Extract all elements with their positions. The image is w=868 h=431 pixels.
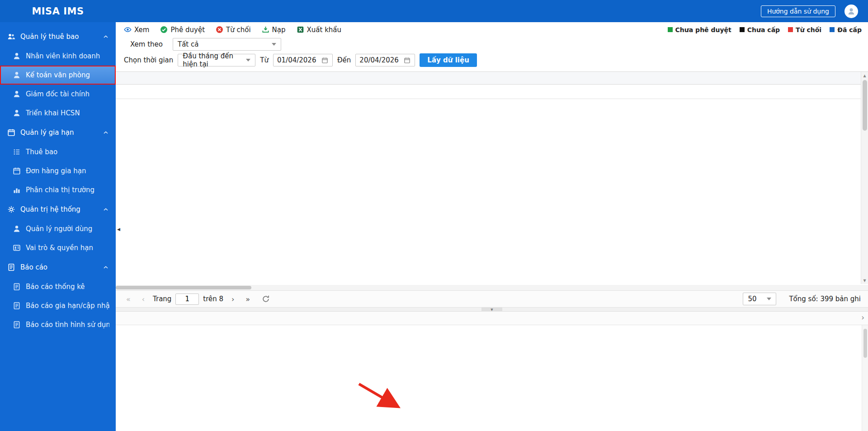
toolbar-button-nap[interactable]: Nạp: [262, 26, 286, 34]
sidebar-item-label: Báo cáo thống kê: [26, 283, 85, 291]
view-by-select[interactable]: Tất cả: [173, 38, 281, 51]
legend-label: Đã cấp: [837, 26, 862, 33]
approve-icon: [160, 26, 168, 33]
sidebar-item-label: Vai trò & quyền hạn: [26, 244, 93, 252]
page-input[interactable]: [175, 294, 199, 305]
prev-page-button[interactable]: ‹: [138, 294, 149, 304]
person-icon: [13, 225, 21, 233]
first-page-button[interactable]: «: [123, 294, 134, 304]
person-icon: [13, 52, 21, 60]
users-icon: [7, 33, 15, 41]
toolbar-button-label: Từ chối: [226, 26, 251, 34]
badge-icon: [13, 244, 21, 252]
detail-panel: [116, 325, 868, 431]
legend-label: Chưa phê duyệt: [675, 26, 731, 33]
tabs-scroll-right-icon[interactable]: ›: [861, 313, 864, 322]
legend-swatch: [740, 27, 745, 32]
last-page-button[interactable]: »: [242, 294, 253, 304]
sidebar-group-quan-ly-gia-han[interactable]: Quản lý gia hạn: [0, 123, 116, 142]
grid-filter-row: [116, 85, 861, 99]
chevron-down-icon: [246, 59, 250, 62]
sidebar-item-thue-bao[interactable]: Thuê bao: [0, 142, 116, 161]
sidebar-item-bao-cao-tinh-hinh-su-dung[interactable]: Báo cáo tình hình sử dụng: [0, 315, 116, 334]
chevron-up-icon: [103, 35, 108, 38]
detail-scrollbar[interactable]: [862, 325, 868, 431]
pagination-bar: « ‹ Trang trên 8 › » 50 Tổng số: 399 bản…: [116, 290, 868, 308]
sidebar-item-don-hang-gia-han[interactable]: Đơn hàng gia hạn: [0, 161, 116, 180]
sidebar-item-nhan-vien-kinh-doanh[interactable]: Nhân viên kinh doanh: [0, 47, 116, 66]
sidebar-item-trien-khai-hcsn[interactable]: Triển khai HCSN: [0, 104, 116, 123]
sidebar-item-vai-tro-quyen-han[interactable]: Vai trò & quyền hạn: [0, 238, 116, 257]
legend-item-chua-phe-duyet: Chưa phê duyệt: [668, 26, 731, 33]
chevron-up-icon: [103, 208, 108, 211]
horizontal-scroll-thumb[interactable]: [116, 286, 251, 289]
scroll-down-icon[interactable]: ▼: [861, 277, 868, 284]
sidebar-item-quan-ly-nguoi-dung[interactable]: Quản lý người dùng: [0, 219, 116, 238]
app-logo: MISA IMS: [0, 6, 116, 17]
sidebar-group-quan-tri-he-thong[interactable]: Quản trị hệ thống: [0, 199, 116, 219]
sidebar-group-label: Báo cáo: [20, 263, 47, 271]
load-data-button[interactable]: Lấy dữ liệu: [420, 53, 476, 67]
toolbar-button-xuat-khau[interactable]: Xuất khẩu: [297, 26, 342, 34]
layout: Quản lý thuê baoNhân viên kinh doanhKế t…: [0, 22, 868, 431]
total-records: Tổng số: 399 bản ghi: [789, 295, 861, 303]
status-filter-row: Xem theo Tất cả: [116, 37, 868, 52]
page-size-select[interactable]: 50: [743, 293, 776, 305]
legend-item-chua-cap: Chưa cấp: [740, 26, 780, 33]
chevron-up-icon: [103, 265, 108, 269]
topbar: MISA IMS Hướng dẫn sử dụng: [0, 0, 868, 22]
time-range-select[interactable]: Đầu tháng đến hiện tại: [178, 54, 255, 66]
sidebar-item-ke-toan-van-phong[interactable]: Kế toán văn phòng: [0, 66, 116, 85]
gear-icon: [7, 205, 15, 213]
legend-item-da-cap: Đã cấp: [830, 26, 862, 33]
sidebar-item-label: Báo cáo tình hình sử dụng: [26, 321, 109, 329]
splitter-handle[interactable]: ▼: [481, 308, 502, 312]
sidebar-group-bao-cao[interactable]: Báo cáo: [0, 257, 116, 277]
time-range-label: Chọn thời gian: [124, 56, 173, 64]
refresh-icon[interactable]: [262, 295, 270, 303]
panel-splitter[interactable]: ▼: [116, 308, 868, 312]
user-avatar[interactable]: [844, 5, 858, 18]
calendar-icon[interactable]: [321, 57, 328, 64]
view-icon: [124, 26, 132, 33]
horizontal-scrollbar[interactable]: [116, 285, 868, 290]
calendar-icon[interactable]: [404, 57, 410, 64]
main-content: ◀ XemPhê duyệtTừ chốiNạpXuất khẩu Chưa p…: [116, 22, 868, 431]
sidebar-item-label: Báo cáo gia hạn/cập nhật: [26, 302, 109, 310]
toolbar-button-xem[interactable]: Xem: [124, 26, 149, 34]
sidebar-item-bao-cao-thong-ke[interactable]: Báo cáo thống kê: [0, 277, 116, 296]
status-legend: Chưa phê duyệtChưa cấpTừ chốiĐã cấp: [668, 26, 862, 33]
scroll-up-icon[interactable]: ▲: [861, 72, 868, 79]
sidebar-item-label: Triển khai HCSN: [26, 109, 80, 117]
grid-header-row: [116, 72, 861, 85]
toolbar: XemPhê duyệtTừ chốiNạpXuất khẩu: [124, 26, 341, 34]
person-icon: [13, 90, 21, 98]
sidebar-item-phan-chia-thi-truong[interactable]: Phân chia thị trường: [0, 180, 116, 199]
topbar-right: Hướng dẫn sử dụng: [761, 5, 868, 18]
sidebar-group-quan-ly-thue-bao[interactable]: Quản lý thuê bao: [0, 27, 116, 47]
detail-scroll-thumb[interactable]: [863, 329, 867, 358]
toolbar-button-phe-duyet[interactable]: Phê duyệt: [160, 26, 205, 34]
help-button[interactable]: Hướng dẫn sử dụng: [761, 5, 835, 17]
sidebar-group-label: Quản lý thuê bao: [20, 33, 79, 41]
vertical-scrollbar[interactable]: ▲ ▼: [861, 72, 868, 284]
load-icon: [262, 26, 269, 33]
next-page-button[interactable]: ›: [227, 294, 238, 304]
data-grid: ▲ ▼: [116, 71, 868, 284]
sidebar-collapse-icon[interactable]: ◀: [116, 223, 122, 235]
to-date-input[interactable]: [359, 56, 401, 64]
legend-swatch: [668, 27, 673, 32]
toolbar-button-tu-choi[interactable]: Từ chối: [216, 26, 251, 34]
from-date-input[interactable]: [277, 56, 319, 64]
report-icon: [13, 321, 21, 329]
pager-right: 50 Tổng số: 399 bản ghi: [743, 293, 861, 305]
toolbar-button-label: Nạp: [272, 26, 286, 34]
toolbar-button-label: Phê duyệt: [170, 26, 205, 34]
sidebar: Quản lý thuê baoNhân viên kinh doanhKế t…: [0, 22, 116, 431]
sidebar-item-giam-doc-tai-chinh[interactable]: Giám đốc tài chính: [0, 85, 116, 104]
person-icon: [13, 109, 21, 117]
calendar-icon: [7, 128, 15, 137]
sidebar-item-bao-cao-gia-han-cap-nhat[interactable]: Báo cáo gia hạn/cập nhật: [0, 296, 116, 315]
vertical-scroll-thumb[interactable]: [863, 80, 867, 131]
calendar-icon: [13, 167, 21, 175]
